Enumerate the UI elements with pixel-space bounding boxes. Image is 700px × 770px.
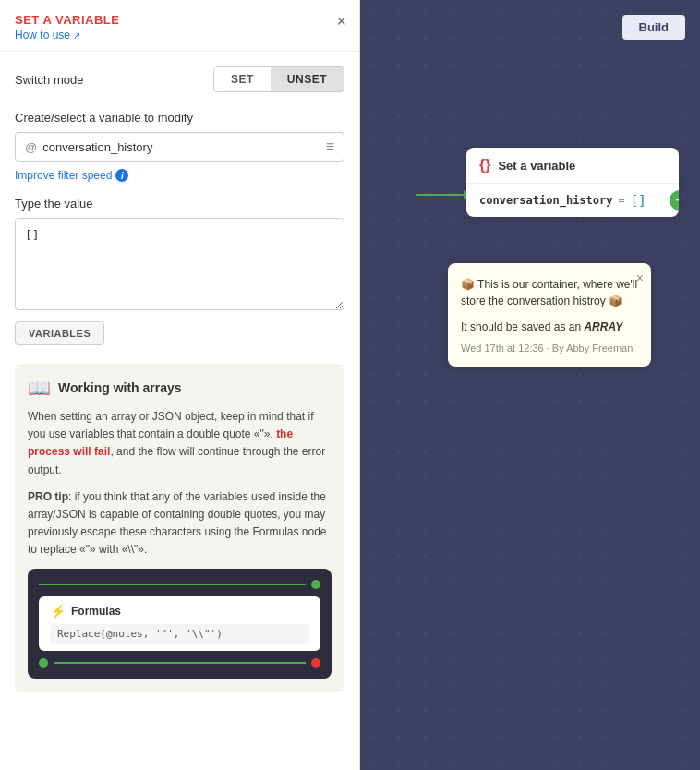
tooltip-popup: × 📦 This is our container, where we'll s… [448,263,651,367]
tooltip-meta: Wed 17th at 12:36 · By Abby Freeman [461,343,638,354]
formulas-card-header: ⚡ Formulas [50,604,309,619]
node-equals: = [619,194,625,207]
info-section-header: 📖 Working with arrays [28,377,332,399]
node-array-icon: [] [631,193,646,208]
how-to-use-link[interactable]: How to use ↗ [15,29,344,42]
panel-title: SET A VARIABLE [15,13,344,27]
unset-mode-button[interactable]: UNSET [271,67,344,91]
list-icon[interactable]: ≡ [326,138,334,155]
info-paragraph-2: PRO tip: if you think that any of the va… [28,488,332,559]
variables-button[interactable]: VARIABLES [15,321,104,345]
right-panel: Build {} Set a variable conversation_his… [360,0,700,770]
build-button[interactable]: Build [622,15,686,40]
tooltip-array-label: ARRAY [584,320,622,333]
info-section-title: Working with arrays [58,380,182,395]
variable-section-label: Create/select a variable to modify [15,111,344,125]
info-section-body: When setting an array or JSON object, ke… [28,408,332,559]
switch-mode-row: Switch mode SET UNSET [15,66,344,92]
formulas-card: ⚡ Formulas Replace(@notes, '"', '\\"') [39,596,320,651]
value-textarea[interactable]: [] [15,218,344,310]
switch-mode-label: Switch mode [15,73,83,87]
node-curly-icon: {} [479,157,490,174]
node-variable-name: conversation_history [479,194,613,207]
arrow-line [416,194,464,196]
formulas-preview: ⚡ Formulas Replace(@notes, '"', '\\"') [28,569,332,679]
improve-filter-link[interactable]: Improve filter speed i [15,169,344,182]
variable-input-row: @ ≡ [15,132,344,162]
tooltip-body: 📦 This is our container, where we'll sto… [461,276,638,309]
formulas-code: Replace(@notes, '"', '\\"') [50,624,309,644]
panel-header: SET A VARIABLE How to use ↗ × [0,0,359,52]
info-section: 📖 Working with arrays When setting an ar… [15,364,344,692]
mode-toggle: SET UNSET [213,66,344,92]
variable-node-body: conversation_history = [] + + [466,184,679,217]
panel-content: Switch mode SET UNSET Create/select a va… [0,52,359,770]
lightning-icon: ⚡ [50,604,66,619]
info-paragraph-1: When setting an array or JSON object, ke… [28,408,332,479]
external-link-icon: ↗ [73,30,80,41]
tooltip-close-button[interactable]: × [636,271,644,285]
left-panel: SET A VARIABLE How to use ↗ × Switch mod… [0,0,360,770]
at-symbol: @ [25,140,37,154]
variable-name-input[interactable] [42,140,325,154]
tooltip-note: It should be saved as an ARRAY [461,319,638,335]
set-mode-button[interactable]: SET [214,67,271,91]
type-value-label: Type the value [15,197,344,211]
variable-node: {} Set a variable conversation_history =… [466,148,679,217]
arrow-connector [416,190,471,199]
node-title: Set a variable [498,159,575,173]
node-plus-right-button[interactable]: + [670,190,679,211]
book-icon: 📖 [28,377,51,399]
variable-node-header: {} Set a variable [466,148,679,184]
close-button[interactable]: × [336,13,346,30]
info-icon: i [115,169,128,182]
